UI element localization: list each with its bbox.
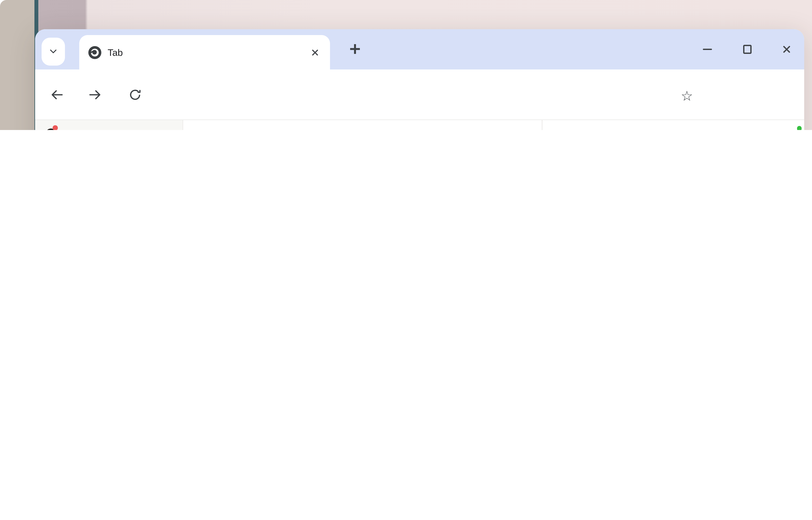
sidebar: Sharing zone SearchHomeInbox Private Not… [35, 120, 183, 130]
desktop-wallpaper: Tab Chrome Extension: Notion TreeView ☆ [0, 0, 812, 130]
compose-icon [162, 129, 175, 130]
bookmark-star-button[interactable]: ☆ [681, 88, 693, 104]
main-pane: Database Template ★All TasksBy StatusMy … [183, 120, 541, 130]
compose-button[interactable] [162, 129, 175, 130]
notification-dot [53, 125, 57, 130]
back-icon [49, 87, 65, 103]
online-status-dot [797, 126, 802, 130]
chevron-down-icon [47, 46, 59, 57]
browser-tab[interactable]: Tab [79, 35, 330, 70]
close-button[interactable] [773, 29, 800, 70]
maximize-button[interactable] [735, 29, 761, 70]
minimize-button[interactable] [694, 29, 720, 70]
tab-search-button[interactable] [42, 37, 65, 65]
back-button[interactable] [49, 87, 65, 103]
browser-window: Tab Chrome Extension: Notion TreeView ☆ [35, 29, 804, 130]
chrome-logo-icon [88, 46, 101, 59]
tab-close-icon[interactable] [311, 48, 319, 56]
reload-icon [127, 87, 143, 103]
browser-toolbar: Chrome Extension: Notion TreeView ☆ [35, 70, 804, 120]
tree-view-panel: Database Template Root task 1Sub task 1D… [541, 120, 804, 130]
forward-icon [87, 87, 103, 103]
forward-button[interactable] [87, 87, 103, 103]
workspace-name[interactable]: Sharing zone [61, 129, 124, 130]
tab-title: Tab [108, 47, 310, 57]
browser-titlebar: Tab [35, 29, 804, 70]
reload-button[interactable] [127, 87, 143, 103]
page-content: Sharing zone SearchHomeInbox Private Not… [35, 120, 804, 130]
